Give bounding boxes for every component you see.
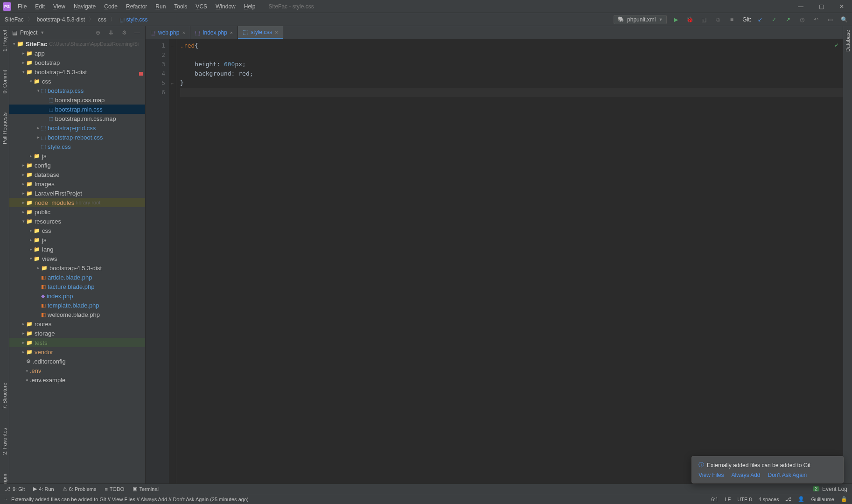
tree-item[interactable]: ▸📁css (9, 226, 145, 235)
bottom-tab[interactable]: ≡ TODO (105, 486, 124, 492)
tree-item[interactable]: ▾⬚bootstrap.css (9, 86, 145, 95)
tool-tab-pull-requests[interactable]: Pull Requests (2, 112, 7, 144)
tool-tab-database[interactable]: Database (845, 30, 851, 52)
bottom-tab[interactable]: ▶ 4: Run (33, 486, 54, 492)
tree-item[interactable]: ▾📁bootstrap-4.5.3-dist (9, 67, 145, 77)
coverage-button[interactable]: ◱ (698, 14, 709, 25)
popup-link[interactable]: View Files (698, 472, 724, 478)
tree-item[interactable]: ⬚bootstrap.css.map (9, 95, 145, 105)
run-button[interactable]: ▶ (670, 14, 681, 25)
close-icon[interactable]: × (182, 30, 185, 35)
menu-file[interactable]: File (14, 1, 30, 12)
code-line[interactable]: background: red; (180, 69, 843, 78)
editor-tab[interactable]: ⬚index.php× (190, 26, 238, 39)
gutter-line[interactable]: 6 (146, 88, 165, 97)
fold-marker[interactable] (169, 88, 176, 97)
tree-item[interactable]: ▸⬚bootstrap-grid.css (9, 123, 145, 133)
gutter[interactable]: 123456 (146, 39, 169, 483)
git-rollback-button[interactable]: ↶ (811, 14, 821, 25)
tool-tab----commit[interactable]: 0: Commit (2, 70, 7, 93)
tool-tab----structure[interactable]: 7: Structure (2, 383, 7, 409)
debug-button[interactable]: 🐞 (684, 14, 695, 25)
tree-item[interactable]: ▸📁Images (9, 179, 145, 189)
file-encoding[interactable]: UTF-8 (737, 497, 752, 502)
tree-item[interactable]: ▫.env (9, 366, 145, 375)
tree-item[interactable]: ▸📁js (9, 151, 145, 161)
hide-panel-button[interactable]: — (132, 28, 142, 38)
ide-settings-button[interactable]: ▭ (825, 14, 835, 25)
git-push-button[interactable]: ↗ (783, 14, 793, 25)
tree-item[interactable]: ⬚bootstrap.min.css (9, 105, 145, 114)
fold-marker[interactable] (169, 50, 176, 60)
gutter-line[interactable]: 4 (146, 69, 165, 78)
bottom-tab[interactable]: ⎇ 9: Git (5, 486, 25, 492)
fold-marker[interactable]: ⌐ (169, 78, 176, 88)
tree-item[interactable]: ▾📁views (9, 254, 145, 263)
tree-item[interactable]: ▸📁node_moduleslibrary root (9, 198, 145, 207)
indent-setting[interactable]: 4 spaces (758, 497, 779, 502)
git-update-button[interactable]: ↙ (755, 14, 765, 25)
menu-run[interactable]: Run (152, 1, 169, 12)
menu-help[interactable]: Help (240, 1, 259, 12)
caret-position[interactable]: 6:1 (711, 497, 718, 502)
menu-code[interactable]: Code (100, 1, 121, 12)
close-button[interactable]: ✕ (831, 0, 852, 13)
menu-view[interactable]: View (49, 1, 69, 12)
tree-item[interactable]: ▸📁storage (9, 329, 145, 338)
tree-item[interactable]: ▸📁bootstrap-4.5.3-dist (9, 263, 145, 273)
breadcrumb-item[interactable]: SiteFac (3, 15, 26, 24)
breadcrumb-item[interactable]: css (96, 15, 108, 24)
gutter-line[interactable]: 3 (146, 60, 165, 69)
git-branch-icon[interactable]: ⎇ (785, 496, 791, 502)
fold-marker[interactable]: − (169, 41, 176, 50)
tree-item[interactable]: ▸📁database (9, 170, 145, 179)
event-log-button[interactable]: Event Log (822, 486, 847, 492)
fold-marker[interactable] (169, 69, 176, 78)
tree-item[interactable]: ⬚bootstrap.min.css.map (9, 114, 145, 123)
fold-column[interactable]: −⌐ (169, 39, 176, 483)
collapse-button[interactable]: ⇊ (106, 28, 116, 38)
editor-body[interactable]: 123456 −⌐ .red{ height: 600px; backgroun… (146, 39, 843, 483)
tree-item[interactable]: ◧welcome.blade.php (9, 310, 145, 319)
bottom-tab[interactable]: ▣ Terminal (133, 486, 159, 492)
code-area[interactable]: .red{ height: 600px; background: red;} (176, 39, 843, 483)
maximize-button[interactable]: ▢ (811, 0, 831, 13)
bottom-tab[interactable]: ⚠ 6: Problems (63, 486, 97, 492)
tool-tab-npm[interactable]: npm (2, 474, 7, 483)
menu-refactor[interactable]: Refactor (122, 1, 151, 12)
search-everywhere-button[interactable]: 🔍 (839, 14, 849, 25)
panel-settings-button[interactable]: ⚙ (119, 28, 129, 38)
locate-button[interactable]: ⊕ (93, 28, 103, 38)
close-icon[interactable]: × (230, 30, 233, 35)
tree-item[interactable]: ▸📁app (9, 49, 145, 58)
profiler-button[interactable]: ⧉ (712, 14, 723, 25)
git-commit-button[interactable]: ✓ (769, 14, 779, 25)
tool-tab----favorites[interactable]: 2: Favorites (2, 428, 7, 455)
inspection-ok-icon[interactable]: ✓ (834, 42, 839, 49)
breadcrumb-item[interactable]: bootstrap-4.5.3-dist (35, 15, 87, 24)
menu-navigate[interactable]: Navigate (70, 1, 99, 12)
tree-item[interactable]: ▸📁public (9, 207, 145, 217)
gutter-line[interactable]: 1 (146, 41, 165, 50)
tree-item[interactable]: ▸📁LaravelFirstProjet (9, 189, 145, 198)
editor-tab[interactable]: ⬚style.css× (238, 26, 283, 39)
tree-item[interactable]: ◆index.php (9, 291, 145, 301)
popup-link[interactable]: Always Add (731, 472, 760, 478)
git-branch-label[interactable]: Guillaume (811, 497, 834, 502)
code-line[interactable] (180, 88, 843, 97)
minimize-button[interactable]: — (790, 0, 811, 13)
gutter-line[interactable]: 5 (146, 78, 165, 88)
tree-item[interactable]: ▸📁config (9, 161, 145, 170)
menu-window[interactable]: Window (212, 1, 239, 12)
lock-icon[interactable]: 🔒 (841, 496, 847, 502)
tree-item[interactable]: ▸📁bootstrap (9, 58, 145, 67)
tree-item[interactable]: ▸📁vendor (9, 347, 145, 357)
tool-tab----project[interactable]: 1: Project (2, 30, 7, 51)
code-line[interactable] (180, 50, 843, 60)
run-config-selector[interactable]: 🐘 phpunit.xml ▼ (614, 15, 667, 24)
tree-item[interactable]: ◧facture.blade.php (9, 282, 145, 291)
breadcrumb-item[interactable]: ⬚ style.css (118, 15, 149, 24)
tree-item[interactable]: ◧article.blade.php (9, 273, 145, 282)
line-separator[interactable]: LF (725, 497, 731, 502)
git-history-button[interactable]: ◷ (797, 14, 807, 25)
